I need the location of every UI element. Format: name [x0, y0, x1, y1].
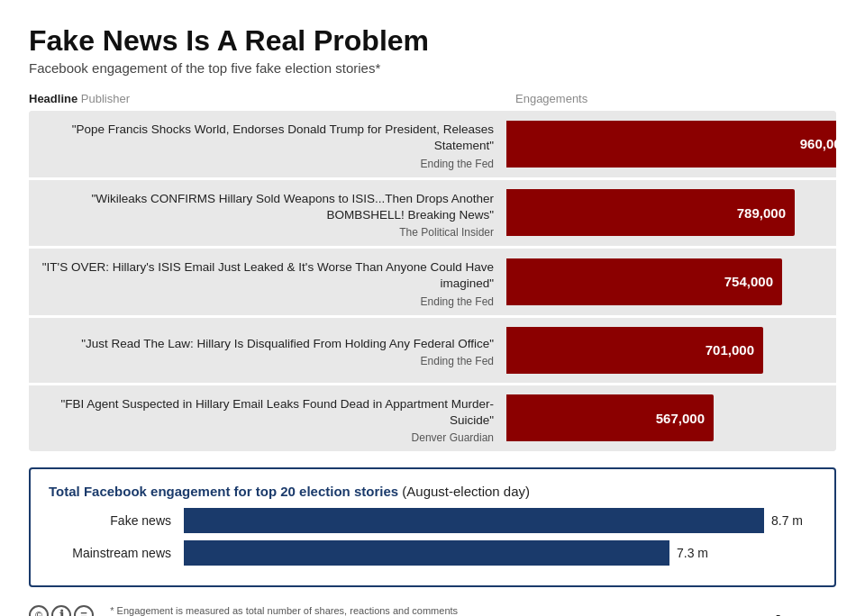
- story-row: "FBI Agent Suspected in Hillary Email Le…: [29, 385, 836, 451]
- story-publisher-4: Denver Guardian: [412, 431, 494, 444]
- headline-col-label: Headline Publisher: [29, 92, 506, 105]
- summary-val-0: 8.7 m: [771, 513, 803, 528]
- bar-value-4: 567,000: [656, 411, 705, 426]
- bar-value-1: 789,000: [737, 205, 786, 221]
- summary-rows: Fake news 8.7 m Mainstream news 7.3 m: [49, 508, 816, 566]
- story-publisher-3: Ending the Fed: [421, 355, 494, 367]
- bar-container-3: 701,000: [506, 327, 827, 374]
- summary-val-1: 7.3 m: [677, 546, 708, 560]
- story-headline-0: "Pope Francis Shocks World, Endorses Don…: [41, 122, 494, 154]
- statista-logo: statista: [732, 611, 836, 616]
- story-row: "Just Read The Law: Hillary Is Disqualif…: [29, 318, 836, 385]
- story-right-3: 701,000: [506, 318, 836, 383]
- story-left-0: "Pope Francis Shocks World, Endorses Don…: [29, 111, 506, 177]
- story-headline-3: "Just Read The Law: Hillary Is Disqualif…: [81, 336, 494, 352]
- engagements-col-label: Engagements: [506, 92, 836, 105]
- story-left-3: "Just Read The Law: Hillary Is Disqualif…: [29, 318, 506, 383]
- summary-bar-0: [184, 508, 764, 533]
- story-right-1: 789,000: [506, 180, 836, 246]
- bar-1: 789,000: [506, 189, 795, 236]
- column-headers: Headline Publisher Engagements: [29, 92, 836, 105]
- story-row: "Wikileaks CONFIRMS Hillary Sold Weapons…: [29, 180, 836, 249]
- bar-value-0: 960,000: [800, 136, 836, 151]
- story-left-1: "Wikileaks CONFIRMS Hillary Sold Weapons…: [29, 180, 506, 246]
- summary-bar-wrap-1: 7.3 m: [184, 540, 816, 566]
- story-right-0: 960,000: [506, 111, 836, 177]
- summary-row-1: Mainstream news 7.3 m: [49, 540, 816, 566]
- bar-container-0: 960,000: [506, 121, 836, 168]
- footer-left: © ℹ = @StatistaCharts * Engagement is me…: [29, 603, 458, 616]
- bar-container-2: 754,000: [506, 258, 827, 305]
- bar-value-3: 701,000: [706, 342, 754, 358]
- story-left-4: "FBI Agent Suspected in Hillary Email Le…: [29, 385, 506, 451]
- story-row: "Pope Francis Shocks World, Endorses Don…: [29, 111, 836, 179]
- chart-subtitle: Facebook engagement of the top five fake…: [29, 60, 836, 76]
- footer: © ℹ = @StatistaCharts * Engagement is me…: [29, 603, 836, 616]
- summary-bar-1: [184, 540, 669, 566]
- story-right-4: 567,000: [506, 385, 836, 451]
- story-publisher-2: Ending the Fed: [421, 295, 494, 308]
- story-headline-2: "IT'S OVER: Hillary's ISIS Email Just Le…: [41, 259, 494, 292]
- story-headline-4: "FBI Agent Suspected in Hillary Email Le…: [41, 396, 494, 429]
- story-headline-1: "Wikileaks CONFIRMS Hillary Sold Weapons…: [41, 191, 494, 223]
- stories-chart: "Pope Francis Shocks World, Endorses Don…: [29, 111, 836, 451]
- bar-4: 567,000: [506, 394, 714, 441]
- summary-title: Total Facebook engagement for top 20 ele…: [49, 484, 816, 499]
- summary-bar-wrap-0: 8.7 m: [184, 508, 816, 533]
- story-publisher-1: The Political Insider: [399, 226, 494, 239]
- summary-section: Total Facebook engagement for top 20 ele…: [29, 467, 836, 587]
- info-icon: ℹ: [51, 605, 71, 616]
- bar-3: 701,000: [506, 327, 763, 374]
- summary-label-1: Mainstream news: [49, 546, 184, 560]
- cc-icon: ©: [29, 605, 49, 616]
- statista-brand: statista: [732, 611, 816, 616]
- footer-text: * Engagement is measured as total number…: [110, 603, 458, 616]
- bar-2: 754,000: [506, 258, 782, 305]
- bar-container-1: 789,000: [506, 189, 827, 236]
- bar-value-2: 754,000: [724, 274, 773, 289]
- story-row: "IT'S OVER: Hillary's ISIS Email Just Le…: [29, 249, 836, 317]
- story-right-2: 754,000: [506, 249, 836, 314]
- bar-container-4: 567,000: [506, 394, 827, 441]
- summary-row-0: Fake news 8.7 m: [49, 508, 816, 533]
- equals-icon: =: [74, 605, 94, 616]
- story-left-2: "IT'S OVER: Hillary's ISIS Email Just Le…: [29, 249, 506, 314]
- story-publisher-0: Ending the Fed: [421, 158, 494, 170]
- chart-title: Fake News Is A Real Problem: [29, 25, 836, 57]
- cc-icons: © ℹ =: [29, 605, 101, 616]
- bar-0: 960,000: [506, 121, 836, 168]
- summary-label-0: Fake news: [49, 513, 184, 528]
